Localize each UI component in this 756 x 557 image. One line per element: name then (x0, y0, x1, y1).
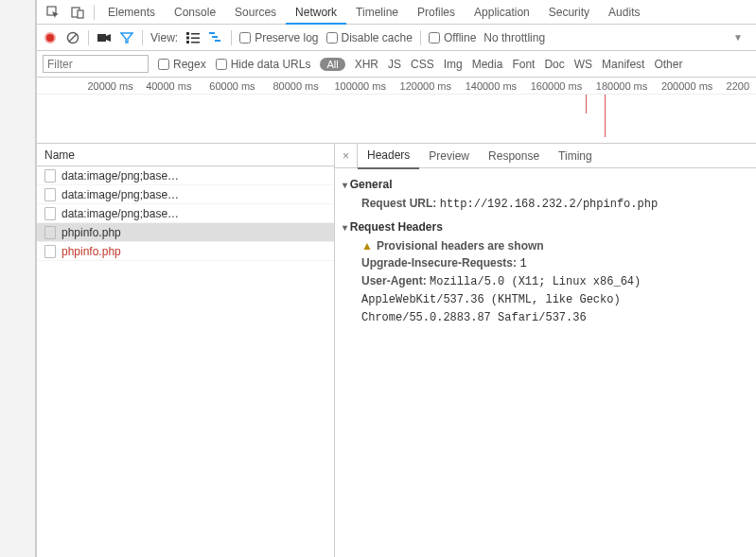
svg-rect-11 (191, 42, 200, 44)
separator (88, 30, 89, 45)
main-split: Name data:image/png;base… data:image/png… (37, 144, 756, 557)
svg-rect-7 (191, 33, 200, 35)
view-waterfall-icon[interactable] (208, 30, 223, 45)
view-label: View: (150, 31, 178, 44)
clear-icon[interactable] (65, 30, 80, 45)
window-left-strip (0, 0, 36, 557)
filter-font[interactable]: Font (512, 58, 535, 71)
timeline-marker (586, 95, 587, 113)
svg-rect-6 (186, 32, 189, 35)
request-list-pane: Name data:image/png;base… data:image/png… (37, 144, 335, 557)
headers-body: General Request URL: http://192.168.232.… (335, 168, 756, 332)
filter-doc[interactable]: Doc (544, 58, 564, 71)
tab-sources[interactable]: Sources (225, 0, 286, 25)
file-icon (44, 245, 56, 258)
svg-rect-9 (191, 37, 200, 39)
request-row[interactable]: data:image/png;base… (37, 166, 334, 185)
disable-cache-checkbox[interactable]: Disable cache (326, 31, 413, 44)
hide-data-urls-checkbox[interactable]: Hide data URLs (216, 58, 311, 71)
filter-img[interactable]: Img (444, 58, 463, 71)
warning-icon: ▲ (361, 239, 373, 252)
regex-checkbox[interactable]: Regex (158, 58, 206, 71)
separator (94, 5, 95, 20)
column-header-name[interactable]: Name (37, 144, 334, 166)
filter-all[interactable]: All (320, 58, 344, 71)
tab-audits[interactable]: Audits (599, 0, 649, 25)
detail-tab-response[interactable]: Response (479, 144, 549, 168)
filter-css[interactable]: CSS (411, 58, 434, 71)
request-row[interactable]: data:image/png;base… (37, 204, 334, 223)
svg-rect-8 (186, 36, 189, 39)
svg-rect-12 (209, 32, 215, 34)
network-toolbar: View: Preserve log Disable cache Offline… (37, 25, 756, 51)
separator (142, 30, 143, 45)
chevron-down-icon[interactable]: ▼ (733, 32, 743, 43)
view-list-icon[interactable] (185, 30, 201, 45)
inspect-icon[interactable] (41, 0, 65, 25)
close-icon[interactable]: × (335, 144, 358, 167)
timeline-overview[interactable]: 20000 ms 40000 ms 60000 ms 80000 ms 1000… (37, 78, 756, 144)
camera-icon[interactable] (97, 30, 112, 45)
filter-xhr[interactable]: XHR (355, 58, 378, 71)
request-row[interactable]: phpinfo.php (37, 242, 334, 261)
tab-network[interactable]: Network (286, 0, 346, 25)
request-detail-pane: × Headers Preview Response Timing Genera… (335, 144, 756, 557)
file-icon (44, 169, 56, 183)
section-general[interactable]: General (343, 178, 748, 191)
filter-other[interactable]: Other (654, 58, 682, 71)
filter-bar: Regex Hide data URLs All XHR JS CSS Img … (37, 51, 756, 78)
svg-rect-14 (215, 40, 220, 42)
provisional-warning: ▲Provisional headers are shown (343, 237, 748, 254)
timeline-marker (605, 95, 606, 137)
tab-console[interactable]: Console (165, 0, 225, 25)
file-icon (44, 207, 56, 220)
filter-manifest[interactable]: Manifest (602, 58, 644, 71)
file-icon (44, 226, 56, 239)
request-row[interactable]: data:image/png;base… (37, 185, 334, 204)
section-request-headers[interactable]: Request Headers (343, 220, 748, 234)
svg-line-4 (69, 34, 77, 42)
detail-tab-headers[interactable]: Headers (358, 143, 419, 169)
throttling-select[interactable]: No throttling (483, 31, 545, 44)
header-upgrade: Upgrade-Insecure-Requests: 1 (343, 254, 748, 272)
request-row[interactable]: phpinfo.php (37, 223, 334, 242)
svg-rect-13 (212, 36, 218, 38)
tab-elements[interactable]: Elements (98, 0, 165, 25)
record-button[interactable] (43, 30, 58, 45)
separator (231, 30, 232, 45)
preserve-log-checkbox[interactable]: Preserve log (239, 31, 318, 44)
file-icon (44, 188, 56, 201)
timeline-ticks: 20000 ms 40000 ms 60000 ms 80000 ms 1000… (37, 78, 756, 95)
offline-checkbox[interactable]: Offline (429, 31, 476, 44)
tab-application[interactable]: Application (465, 0, 539, 25)
detail-tab-preview[interactable]: Preview (419, 144, 479, 168)
tab-timeline[interactable]: Timeline (346, 0, 408, 25)
device-toggle-icon[interactable] (65, 0, 90, 25)
filter-ws[interactable]: WS (574, 58, 592, 71)
filter-icon[interactable] (119, 30, 134, 45)
filter-media[interactable]: Media (472, 58, 503, 71)
request-url-row: Request URL: http://192.168.232.2/phpinf… (343, 195, 748, 213)
detail-tab-timing[interactable]: Timing (549, 144, 602, 168)
filter-input[interactable] (43, 55, 149, 73)
detail-tabbar: × Headers Preview Response Timing (335, 144, 756, 168)
tab-profiles[interactable]: Profiles (408, 0, 465, 25)
header-user-agent: User-Agent: Mozilla/5.0 (X11; Linux x86_… (343, 272, 748, 326)
separator (420, 30, 421, 45)
svg-rect-2 (78, 10, 83, 18)
filter-js[interactable]: JS (388, 58, 401, 71)
svg-rect-10 (186, 41, 189, 44)
svg-rect-5 (97, 34, 106, 42)
tab-security[interactable]: Security (539, 0, 599, 25)
devtools-panel: Elements Console Sources Network Timelin… (36, 0, 756, 557)
main-tabbar: Elements Console Sources Network Timelin… (37, 0, 756, 25)
request-rows: data:image/png;base… data:image/png;base… (37, 166, 334, 261)
request-url-value: http://192.168.232.2/phpinfo.php (440, 198, 658, 211)
